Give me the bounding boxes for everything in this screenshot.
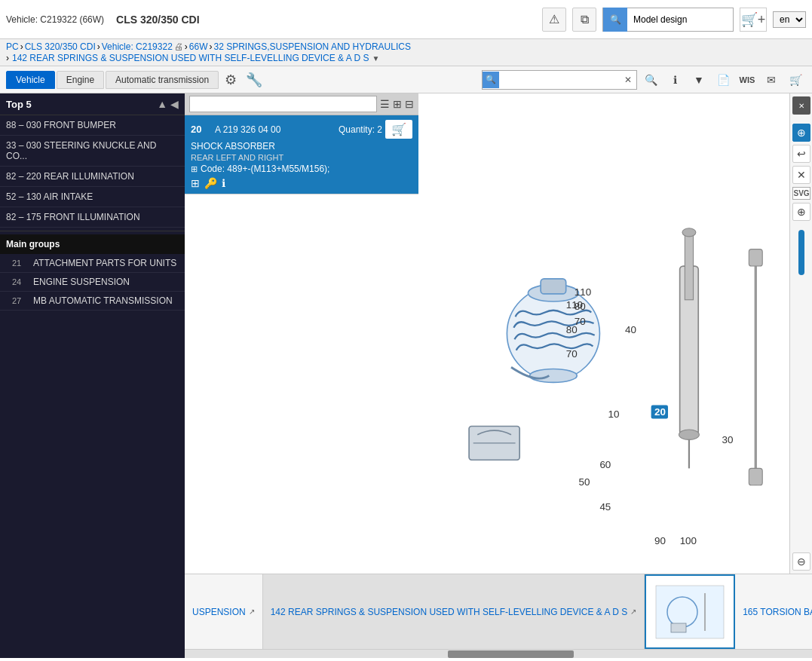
svg-text:50: 50 <box>578 476 590 488</box>
breadcrumb-cls[interactable]: CLS 320/350 CDI <box>25 41 96 52</box>
cart-icon[interactable]: 🛒 <box>785 69 806 90</box>
zoom-tool[interactable]: ⊕ <box>792 124 810 142</box>
svg-text:45: 45 <box>599 501 611 513</box>
cart-add-button[interactable]: 🛒+ <box>740 8 767 32</box>
svg-tool[interactable]: SVG <box>792 187 810 200</box>
tools-icon[interactable]: 🔧 <box>243 72 265 88</box>
breadcrumb-vehicle[interactable]: Vehicle: C219322 🖨 <box>102 41 183 52</box>
svg-text:110: 110 <box>575 286 591 298</box>
part-item-20[interactable]: 20 A 219 326 04 00 Quantity: 2 🛒 SHOCK A… <box>185 115 418 194</box>
toolbar-search-input[interactable] <box>499 75 620 84</box>
sidebar-item-front-illumination[interactable]: 82 – 175 FRONT ILLUMINATION <box>0 207 185 228</box>
sidebar-divider <box>0 231 185 231</box>
svg-text:20: 20 <box>654 406 666 418</box>
svg-text:70: 70 <box>575 316 586 327</box>
add-to-cart-button[interactable]: 🛒 <box>385 120 412 139</box>
history-tool[interactable]: ↩ <box>792 145 810 163</box>
sidebar-item-front-bumper[interactable]: 88 – 030 FRONT BUMPER <box>0 115 185 136</box>
sidebar-group-27[interactable]: 27 MB AUTOMATIC TRANSMISSION <box>0 292 185 311</box>
scrollbar-thumb[interactable] <box>448 650 573 658</box>
bottom-tab-142[interactable]: 142 REAR SPRINGS & SUSPENSION USED WITH … <box>263 574 645 649</box>
sidebar-collapse-icon[interactable]: ▲ <box>157 98 167 110</box>
list-view-icon[interactable]: ☰ <box>380 98 390 110</box>
svg-text:40: 40 <box>625 325 636 336</box>
bottom-tab-165[interactable]: 165 TORSION BAR,REAR ↗ <box>735 574 812 649</box>
model-name: CLS 320/350 CDI <box>116 14 200 26</box>
toolbar-right: 🔍 ✕ 🔍 ℹ ▼ 📄 WIS ✉ 🛒 <box>482 69 806 90</box>
tab-vehicle[interactable]: Vehicle <box>6 71 55 89</box>
zoom-plus-icon[interactable]: 🔍 <box>640 69 661 90</box>
svg-text:70: 70 <box>566 348 578 360</box>
svg-text:10: 10 <box>608 409 620 420</box>
thumb-142[interactable] <box>645 574 735 649</box>
mail-icon[interactable]: ✉ <box>761 69 782 90</box>
filter-icon[interactable]: ▼ <box>688 69 709 90</box>
info-icon[interactable]: ℹ <box>664 69 685 90</box>
svg-rect-27 <box>749 249 762 266</box>
svg-point-6 <box>682 228 696 237</box>
svg-rect-28 <box>749 468 762 485</box>
breadcrumb-rear-springs[interactable]: 142 REAR SPRINGS & SUSPENSION USED WITH … <box>12 53 369 63</box>
wis-icon[interactable]: WIS <box>737 69 758 90</box>
part-action-icons: ⊞ 🔑 ℹ <box>191 177 412 189</box>
document-icon[interactable]: 📄 <box>712 69 734 90</box>
content-area: ☰ ⊞ ⊟ 20 A 219 326 04 00 Quantity: 2 🛒 S… <box>185 93 812 574</box>
grid-view-icon[interactable]: ⊞ <box>393 98 402 110</box>
part-key-icon[interactable]: 🔑 <box>204 177 217 189</box>
tab-engine[interactable]: Engine <box>57 71 104 89</box>
toolbar-search-button[interactable]: 🔍 <box>483 72 499 88</box>
breadcrumb-row2: › 142 REAR SPRINGS & SUSPENSION USED WIT… <box>6 53 806 63</box>
breadcrumb-dropdown[interactable]: ▼ <box>372 54 379 63</box>
sidebar-item-steering-knuckle[interactable]: 33 – 030 STEERING KNUCKLE AND CO... <box>0 136 185 167</box>
parts-diagram: 110 80 70 110 80 70 40 10 20 60 50 45 90 <box>418 93 789 574</box>
sidebar-group-24[interactable]: 24 ENGINE SUSPENSION <box>0 273 185 292</box>
svg-rect-32 <box>671 623 686 632</box>
main-layout: Top 5 ▲ ◀ 88 – 030 FRONT BUMPER 33 – 030… <box>0 93 812 658</box>
language-select[interactable]: en de <box>773 11 806 28</box>
main-groups-title: Main groups <box>0 234 185 254</box>
right-panel: ☰ ⊞ ⊟ 20 A 219 326 04 00 Quantity: 2 🛒 S… <box>185 93 812 658</box>
toolbar-search-clear[interactable]: ✕ <box>620 72 636 88</box>
top5-title: Top 5 <box>6 99 32 110</box>
svg-text:30: 30 <box>722 434 734 445</box>
parts-list-header: ☰ ⊞ ⊟ <box>185 93 418 115</box>
crosshair-tool[interactable]: ✕ <box>792 166 810 184</box>
scroll-indicator[interactable] <box>798 230 804 275</box>
part-info-circle-icon[interactable]: ℹ <box>222 177 225 189</box>
sidebar-header-icons: ▲ ◀ <box>157 98 179 110</box>
svg-point-7 <box>679 430 700 439</box>
horizontal-scrollbar[interactable] <box>185 649 812 658</box>
diagram-panel: 110 80 70 110 80 70 40 10 20 60 50 45 90 <box>418 93 789 574</box>
sidebar: Top 5 ▲ ◀ 88 – 030 FRONT BUMPER 33 – 030… <box>0 93 185 658</box>
breadcrumb-springs[interactable]: 32 SPRINGS,SUSPENSION AND HYDRAULICS <box>214 41 411 52</box>
toolbar-search-box: 🔍 ✕ <box>482 70 637 90</box>
tab-automatic-transmission[interactable]: Automatic transmission <box>106 71 219 89</box>
warning-button[interactable]: ⚠ <box>542 8 566 32</box>
sidebar-item-air-intake[interactable]: 52 – 130 AIR INTAKE <box>0 187 185 207</box>
parts-search-input[interactable] <box>189 96 377 112</box>
gear-icon[interactable]: ⚙ <box>222 72 240 88</box>
main-tabs: Vehicle Engine Automatic transmission <box>6 71 219 89</box>
sidebar-item-rear-illumination[interactable]: 82 – 220 REAR ILLUMINATION <box>0 167 185 187</box>
zoom-in-tool[interactable]: ⊕ <box>792 203 810 221</box>
grid-table-icon: ⊞ <box>191 164 198 174</box>
model-search-input[interactable] <box>627 14 733 25</box>
parts-list-panel: ☰ ⊞ ⊟ 20 A 219 326 04 00 Quantity: 2 🛒 S… <box>185 93 418 574</box>
ext-link-icon: ↗ <box>249 607 255 616</box>
breadcrumb-pc[interactable]: PC <box>6 41 19 52</box>
model-search-button[interactable]: 🔍 <box>603 8 627 32</box>
zoom-out-tool[interactable]: ⊖ <box>792 552 810 571</box>
expand-view-icon[interactable]: ⊟ <box>405 98 414 110</box>
svg-rect-2 <box>541 279 566 294</box>
sidebar-header: Top 5 ▲ ◀ <box>0 93 185 115</box>
part-table-icon[interactable]: ⊞ <box>191 177 200 189</box>
sidebar-group-21[interactable]: 21 ATTACHMENT PARTS FOR UNITS <box>0 254 185 273</box>
sidebar-close-icon[interactable]: ◀ <box>170 98 179 110</box>
bottom-tab-suspension[interactable]: USPENSION ↗ <box>185 574 263 649</box>
breadcrumb-66w[interactable]: 66W <box>189 41 208 52</box>
copy-button[interactable]: ⧉ <box>572 8 596 32</box>
top-bar-right: ⚠ ⧉ 🔍 🛒+ en de <box>542 8 806 32</box>
sidebar-items: 88 – 030 FRONT BUMPER 33 – 030 STEERING … <box>0 115 185 311</box>
close-panel-icon[interactable]: ✕ <box>792 96 810 115</box>
ext-link-icon-142: ↗ <box>630 607 636 616</box>
